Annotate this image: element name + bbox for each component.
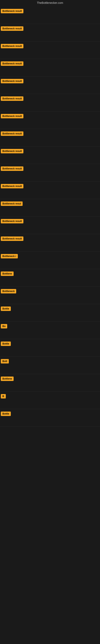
list-item: Bottleneck result [0, 59, 100, 76]
bottleneck-result-badge[interactable]: Bottleneck result [1, 26, 23, 31]
bottleneck-result-badge[interactable]: Bottleneck result [1, 96, 23, 101]
bottleneck-result-badge[interactable]: Bottlene [1, 376, 14, 381]
bottleneck-result-badge[interactable]: Bottleneck result [1, 79, 23, 83]
list-item: Bottleneck result [0, 94, 100, 112]
bottleneck-result-badge[interactable]: Bottleneck result [1, 219, 23, 224]
bottleneck-result-badge[interactable]: Bottle [1, 306, 11, 311]
bottleneck-result-badge[interactable]: Bottle [1, 342, 11, 346]
list-item: Bottleneck result [0, 24, 100, 42]
bottleneck-result-badge[interactable]: Bottleneck result [1, 44, 23, 48]
bottleneck-result-badge[interactable]: B [1, 394, 6, 398]
bottleneck-result-badge[interactable]: Bottleneck result [1, 9, 23, 13]
list-item: Bottle [0, 339, 100, 356]
list-item: Bottleneck r [0, 252, 100, 269]
site-header: TheBottlenecker.com [0, 0, 100, 6]
bottleneck-result-badge[interactable]: Bo [1, 324, 7, 328]
bottleneck-result-badge[interactable]: Bottleneck r [1, 254, 18, 258]
bottleneck-result-badge[interactable]: Bottleneck [1, 289, 16, 294]
list-item: B [0, 392, 100, 409]
bottleneck-result-badge[interactable]: Bottleneck result [1, 114, 23, 118]
bottleneck-result-badge[interactable]: Bottleneck result [1, 132, 23, 136]
bottleneck-result-badge[interactable]: Bottleneck result [1, 184, 23, 188]
bottleneck-result-badge[interactable]: Bott [1, 359, 9, 364]
bottleneck-result-badge[interactable]: Bottleneck resul [1, 202, 23, 206]
list-item: Bott [0, 356, 100, 374]
bottleneck-result-badge[interactable]: Bottle [1, 412, 11, 416]
list-item: Bottleneck resul [0, 199, 100, 216]
list-item: Bottlene [0, 374, 100, 392]
list-item: Bottleneck result [0, 6, 100, 24]
list-item: Bottleneck result [0, 234, 100, 252]
list-item: Bottleneck result [0, 42, 100, 59]
site-title: TheBottlenecker.com [0, 0, 100, 6]
list-item: Bottleneck result [0, 129, 100, 146]
bottleneck-result-badge[interactable]: Bottleneck result [1, 166, 23, 171]
bottleneck-result-badge[interactable]: Bottleneck result [1, 236, 23, 241]
list-item: Bottle [0, 304, 100, 322]
bottleneck-result-badge[interactable]: Bottleneck result [1, 62, 23, 66]
list-item: Bottleneck result [0, 76, 100, 94]
list-item: Bottleneck result [0, 216, 100, 234]
bottleneck-result-badge[interactable]: Bottleneck result [1, 149, 23, 153]
rows-container: Bottleneck resultBottleneck resultBottle… [0, 6, 100, 427]
list-item: Bottlene [0, 269, 100, 286]
list-item: Bottle [0, 409, 100, 427]
list-item: Bottleneck result [0, 112, 100, 129]
list-item: Bottleneck result [0, 146, 100, 164]
bottleneck-result-badge[interactable]: Bottlene [1, 272, 14, 276]
list-item: Bottleneck result [0, 164, 100, 182]
list-item: Bo [0, 322, 100, 339]
list-item: Bottleneck [0, 286, 100, 304]
list-item: Bottleneck result [0, 182, 100, 199]
